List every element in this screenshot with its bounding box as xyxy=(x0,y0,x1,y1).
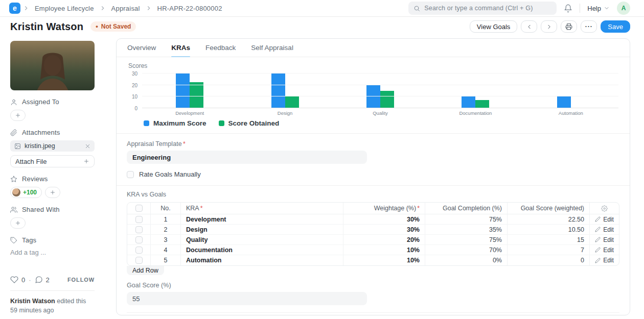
weightage-cell[interactable]: 10% xyxy=(343,245,425,255)
edit-row-button[interactable]: Edit xyxy=(595,257,614,264)
weightage-cell[interactable]: 10% xyxy=(343,255,425,265)
row-checkbox[interactable] xyxy=(135,236,143,243)
legend-swatch-maximum-score xyxy=(144,120,149,126)
rate-goals-manually-label: Rate Goals Manually xyxy=(139,170,201,178)
add-tag-input[interactable]: Add a tag ... xyxy=(10,249,95,256)
edit-row-button[interactable]: Edit xyxy=(595,236,614,243)
activity-line: Kristin Watson edited this xyxy=(10,297,95,306)
total-goal-score-section: Total Goal Score 2.75 Out of 5 xyxy=(117,313,630,319)
plus-icon xyxy=(50,189,56,195)
breadcrumb-item-hr-apr-22-0800002[interactable]: HR-APR-22-0800002 xyxy=(157,5,222,12)
view-goals-button[interactable]: View Goals xyxy=(470,20,518,33)
kra-cell[interactable]: Design xyxy=(180,225,343,234)
page-header: Kristin Watson • Not Saved View Goals ··… xyxy=(0,17,644,36)
print-button[interactable] xyxy=(561,20,577,33)
image-file-icon xyxy=(14,143,21,150)
follow-button[interactable]: FOLLOW xyxy=(67,277,95,283)
row-checkbox-cell xyxy=(127,255,150,265)
legend-label: Maximum Score xyxy=(153,119,206,127)
select-all-checkbox[interactable] xyxy=(135,205,143,212)
tab-overview[interactable]: Overview xyxy=(127,39,156,57)
edit-label: Edit xyxy=(603,216,614,223)
save-button[interactable]: Save xyxy=(601,20,630,33)
help-menu[interactable]: Help xyxy=(587,5,610,12)
remove-attachment-icon[interactable] xyxy=(85,143,90,149)
row-number-cell: 2 xyxy=(150,225,180,234)
search-input[interactable]: Search or type a command (Ctrl + G) xyxy=(408,2,557,15)
bar-maximum-score-development xyxy=(176,73,190,108)
notifications-bell-icon[interactable] xyxy=(564,4,572,13)
rate-goals-manually-checkbox[interactable] xyxy=(127,171,134,178)
edit-label: Edit xyxy=(603,257,614,264)
appraisal-template-field[interactable]: Engineering xyxy=(127,151,367,164)
edit-label: Edit xyxy=(603,236,614,243)
goal-completion-cell: 75% xyxy=(425,214,507,224)
app-logo[interactable]: e xyxy=(9,3,20,14)
top-navbar: e Employee LifecycleAppraisalHR-APR-22-0… xyxy=(0,0,644,17)
chart-gridline: 10 xyxy=(142,96,618,96)
tab-kras[interactable]: KRAs xyxy=(171,39,190,57)
row-checkbox[interactable] xyxy=(135,247,143,254)
heart-icon[interactable] xyxy=(10,276,18,284)
rate-goals-manually-row[interactable]: Rate Goals Manually xyxy=(127,170,619,178)
chevron-right-icon xyxy=(546,23,553,30)
assigned-to-section: Assigned To xyxy=(10,98,95,106)
star-icon xyxy=(10,176,17,183)
kra-cell[interactable]: Documentation xyxy=(180,245,343,255)
more-options-button[interactable]: ··· xyxy=(581,20,597,33)
reviewers-count: +100 xyxy=(23,189,37,196)
column-header-no-: No. xyxy=(150,203,180,214)
goal-score-field[interactable]: 55 xyxy=(127,292,367,305)
goal-score-cell: 0 xyxy=(507,255,589,265)
activity-actor[interactable]: Kristin Watson xyxy=(10,298,55,305)
reviewers-pill[interactable]: +100 xyxy=(10,187,42,198)
column-header-label: Weightage (%) xyxy=(374,205,416,212)
previous-record-button[interactable] xyxy=(521,20,537,33)
chart-group-development xyxy=(142,73,237,108)
row-checkbox-cell xyxy=(127,245,150,255)
table-row-development: 1Development30%75%22.50Edit xyxy=(127,214,619,225)
next-record-button[interactable] xyxy=(541,20,557,33)
chart-gridline: 0 xyxy=(142,108,618,108)
profile-photo[interactable] xyxy=(10,41,95,90)
row-checkbox[interactable] xyxy=(135,257,143,264)
add-assignment-button[interactable] xyxy=(10,110,26,121)
user-avatar[interactable]: A xyxy=(617,2,630,15)
tab-feedback[interactable]: Feedback xyxy=(205,39,236,57)
breadcrumb-item-appraisal[interactable]: Appraisal xyxy=(111,5,140,12)
row-checkbox[interactable] xyxy=(135,226,143,233)
edit-row-button[interactable]: Edit xyxy=(595,226,614,233)
chart-plot: 0102030 xyxy=(142,73,618,108)
goal-completion-cell: 75% xyxy=(425,235,507,244)
kra-cell[interactable]: Quality xyxy=(180,235,343,244)
legend-label: Score Obtained xyxy=(228,119,280,127)
table-header-row: No.KRA*Weightage (%)*Goal Completion (%)… xyxy=(127,203,619,214)
comment-icon[interactable] xyxy=(35,276,43,284)
breadcrumb-separator-icon xyxy=(22,5,30,12)
column-header-label: KRA xyxy=(186,205,199,212)
edit-row-button[interactable]: Edit xyxy=(595,216,614,223)
add-review-button[interactable] xyxy=(45,187,60,198)
table-row-documentation: 4Documentation10%70%7Edit xyxy=(127,245,619,255)
attach-file-button[interactable]: Attach File xyxy=(10,155,95,167)
attachment-file-link[interactable]: kristin.jpeg xyxy=(25,142,81,150)
kra-cell[interactable]: Automation xyxy=(180,255,343,265)
weightage-cell[interactable]: 30% xyxy=(343,214,425,224)
column-header-goal-score-weighted-: Goal Score (weighted) xyxy=(507,203,589,214)
weightage-cell[interactable]: 20% xyxy=(343,235,425,244)
add-share-button[interactable] xyxy=(10,217,26,229)
tab-self-appraisal[interactable]: Self Appraisal xyxy=(251,39,293,57)
pencil-icon xyxy=(595,247,601,253)
kra-cell[interactable]: Development xyxy=(180,214,343,224)
gear-icon[interactable] xyxy=(601,205,608,212)
reviews-section: Reviews xyxy=(10,175,95,183)
legend-swatch-score-obtained xyxy=(219,120,224,126)
row-checkbox[interactable] xyxy=(135,216,143,223)
column-header-kra: KRA* xyxy=(180,203,343,214)
edit-row-button[interactable]: Edit xyxy=(595,247,614,254)
weightage-cell[interactable]: 30% xyxy=(343,225,425,234)
bar-score-obtained-design xyxy=(285,96,299,108)
add-row-button[interactable]: Add Row xyxy=(127,266,164,275)
table-row-design: 2Design30%35%10.50Edit xyxy=(127,225,619,235)
breadcrumb-item-employee-lifecycle[interactable]: Employee Lifecycle xyxy=(35,5,94,12)
